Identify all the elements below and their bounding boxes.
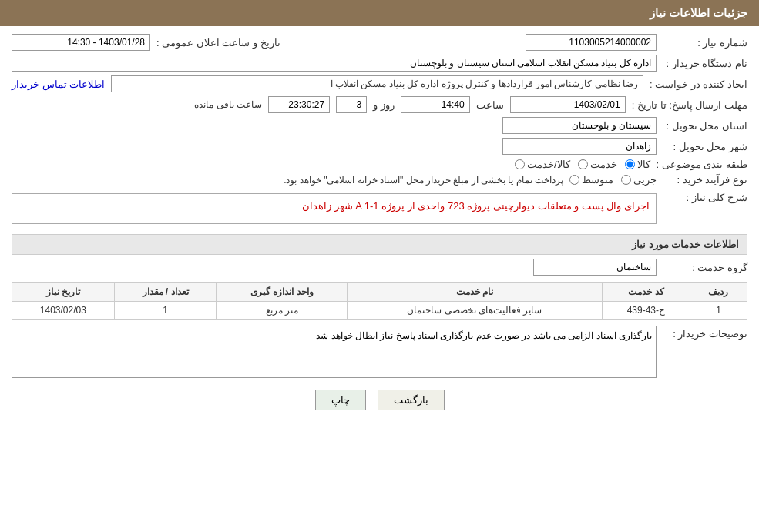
notes-textarea[interactable] bbox=[12, 326, 657, 378]
radio-kala-label: کالا bbox=[637, 159, 650, 170]
radio-motawaset-label: متوسط bbox=[582, 174, 613, 186]
col-radif: ردیف bbox=[690, 283, 747, 302]
baqi-mande-label: ساعت باقی مانده bbox=[194, 99, 262, 110]
nam-dastgah-input[interactable] bbox=[12, 55, 657, 72]
shomara-niaz-input[interactable] bbox=[526, 34, 657, 51]
mohlat-ersal-label: مهلت ارسال پاسخ: تا تاریخ : bbox=[632, 99, 747, 111]
col-vahed: واحد اندازه گیری bbox=[217, 283, 348, 302]
radio-motawaset[interactable]: متوسط bbox=[569, 174, 613, 186]
ostan-tahvil-input[interactable] bbox=[502, 117, 657, 134]
radio-motawaset-input[interactable] bbox=[569, 175, 579, 185]
etelaat-tamas-link[interactable]: اطلاعات تماس خریدار bbox=[12, 79, 105, 90]
back-button[interactable]: بازگشت bbox=[378, 390, 445, 410]
cell-vahed: متر مربع bbox=[217, 302, 348, 320]
saat-label: ساعت bbox=[476, 99, 504, 111]
ijad-konande-input[interactable] bbox=[111, 75, 643, 92]
radio-jozi[interactable]: جزیی bbox=[621, 174, 657, 186]
radio-khadamat-label: خدمت bbox=[590, 159, 617, 170]
col-kod: کد خدمت bbox=[602, 283, 690, 302]
cell-tarikh: 1403/02/03 bbox=[12, 302, 115, 320]
row-shahr: شهر محل تحویل : bbox=[12, 138, 747, 155]
row-ijad-konande: ایجاد کننده در خواست : اطلاعات تماس خرید… bbox=[12, 75, 747, 92]
group-khadamat-input[interactable] bbox=[533, 259, 657, 276]
baqi-mande-input[interactable] bbox=[268, 96, 330, 113]
farayand-radio-group: متوسط جزیی bbox=[569, 174, 657, 186]
page-header: جزئیات اطلاعات نیاز bbox=[0, 0, 759, 26]
cell-radif: 1 bbox=[690, 302, 747, 320]
shahr-tahvil-label: شهر محل تحویل : bbox=[663, 141, 747, 152]
row-tabaqe: طبقه بندی موضوعی : کالا/خدمت خدمت کالا bbox=[12, 159, 747, 170]
col-tarikh: تاریخ نیاز bbox=[12, 283, 115, 302]
radio-kala[interactable]: کالا bbox=[625, 159, 650, 170]
service-info-header: اطلاعات خدمات مورد نیاز bbox=[12, 234, 747, 255]
sharh-label: شرح کلی نیاز : bbox=[663, 189, 747, 203]
ostan-tahvil-label: استان محل تحویل : bbox=[663, 120, 747, 132]
row-mohlat: مهلت ارسال پاسخ: تا تاریخ : ساعت روز و س… bbox=[12, 96, 747, 113]
row-nam-dastgah: نام دستگاه خریدار : bbox=[12, 55, 747, 72]
print-button[interactable]: چاپ bbox=[315, 390, 366, 410]
nooe-farayand-label: نوع فرآیند خرید : bbox=[663, 174, 747, 186]
rooz-input[interactable] bbox=[336, 96, 367, 113]
button-row: بازگشت چاپ bbox=[12, 390, 747, 410]
cell-kod: ج-43-439 bbox=[602, 302, 690, 320]
row-nooe-farayand: نوع فرآیند خرید : متوسط جزیی پرداخت تمام… bbox=[12, 174, 747, 186]
tabaqe-radio-group: کالا/خدمت خدمت کالا bbox=[515, 159, 650, 170]
tarikh-elan-input[interactable] bbox=[12, 34, 150, 51]
tabaqe-label: طبقه بندی موضوعی : bbox=[657, 159, 747, 170]
nam-dastgah-label: نام دستگاه خریدار : bbox=[663, 58, 747, 69]
cell-nam: سایر فعالیت‌های تخصصی ساختمان bbox=[348, 302, 603, 320]
col-tedad: تعداد / مقدار bbox=[114, 283, 217, 302]
row-group-khadamat: گروه خدمت : bbox=[12, 259, 747, 276]
notes-container: // set textarea value from data document… bbox=[12, 326, 657, 380]
content-area: شماره نیاز : تاریخ و ساعت اعلان عمومی : … bbox=[0, 26, 759, 427]
saat-input[interactable] bbox=[401, 96, 470, 113]
notes-label: توضیحات خریدار : bbox=[663, 326, 747, 340]
radio-khadamat-input[interactable] bbox=[578, 159, 588, 169]
ijad-konande-label: ایجاد کننده در خواست : bbox=[650, 79, 747, 90]
group-khadamat-label: گروه خدمت : bbox=[663, 262, 747, 273]
shomara-niaz-label: شماره نیاز : bbox=[663, 37, 747, 49]
radio-jozi-label: جزیی bbox=[633, 174, 657, 186]
rooz-label: روز و bbox=[373, 99, 395, 111]
farayand-desc: پرداخت تمام یا بخشی از مبلغ خریداز محل "… bbox=[284, 175, 563, 186]
page-title: جزئیات اطلاعات نیاز bbox=[650, 6, 747, 19]
row-ostan: استان محل تحویل : bbox=[12, 117, 747, 134]
radio-kala-khadamat-label: کالا/خدمت bbox=[527, 159, 570, 170]
radio-jozi-input[interactable] bbox=[621, 175, 631, 185]
col-nam: نام خدمت bbox=[348, 283, 603, 302]
tarikh-elan-label: تاریخ و ساعت اعلان عمومی : bbox=[156, 37, 280, 49]
radio-kala-khadamat-input[interactable] bbox=[515, 159, 525, 169]
row-notes: توضیحات خریدار : // set textarea value f… bbox=[12, 326, 747, 380]
row-sharh: شرح کلی نیاز : اجرای وال پست و متعلقات د… bbox=[12, 189, 747, 228]
date-input[interactable] bbox=[510, 96, 626, 113]
shahr-tahvil-input[interactable] bbox=[502, 138, 657, 155]
radio-kala-khadamat[interactable]: کالا/خدمت bbox=[515, 159, 570, 170]
services-table: ردیف کد خدمت نام خدمت واحد اندازه گیری ت… bbox=[12, 282, 747, 320]
row-shomara: شماره نیاز : تاریخ و ساعت اعلان عمومی : bbox=[12, 34, 747, 51]
page-container: جزئیات اطلاعات نیاز شماره نیاز : تاریخ و… bbox=[0, 0, 759, 532]
cell-tedad: 1 bbox=[114, 302, 217, 320]
sharh-value: اجرای وال پست و متعلقات دیوارچینی پروژه … bbox=[12, 193, 657, 224]
radio-khadamat[interactable]: خدمت bbox=[578, 159, 617, 170]
radio-kala-input[interactable] bbox=[625, 159, 635, 169]
table-row: 1 ج-43-439 سایر فعالیت‌های تخصصی ساختمان… bbox=[12, 302, 747, 320]
